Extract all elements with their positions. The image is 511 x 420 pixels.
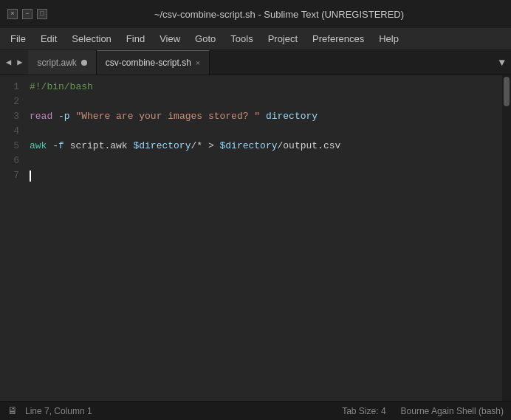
- tab-spacer: [210, 50, 493, 75]
- space-2: [70, 109, 76, 124]
- code-editor[interactable]: #!/bin/bash read -p "Where are your imag…: [27, 75, 502, 401]
- status-bar: 🖥 Line 7, Column 1 Tab Size: 4 Bourne Ag…: [0, 401, 511, 420]
- status-left: 🖥 Line 7, Column 1: [7, 405, 92, 417]
- tab-inactive-label: script.awk: [37, 58, 76, 68]
- line-num-2: 2: [4, 94, 19, 109]
- menu-tools[interactable]: Tools: [223, 30, 260, 47]
- window-controls: × − □: [7, 9, 47, 19]
- awk-output-var: $directory: [219, 139, 277, 154]
- awk-output-file: /output.csv: [278, 139, 341, 154]
- code-line-2: [30, 94, 502, 109]
- tab-modified-dot: [81, 60, 87, 66]
- line-num-5: 5: [4, 139, 19, 154]
- scrollbar-thumb[interactable]: [504, 77, 510, 106]
- cursor-position[interactable]: Line 7, Column 1: [25, 406, 92, 416]
- code-line-3: read -p "Where are your images stored? "…: [30, 109, 502, 124]
- menu-project[interactable]: Project: [261, 30, 305, 47]
- menu-bar: File Edit Selection Find View Goto Tools…: [0, 28, 511, 50]
- tab-bar: ◀ ▶ script.awk csv-combine-script.sh × ▼: [0, 50, 511, 75]
- tab-prev-button[interactable]: ◀: [3, 55, 14, 69]
- shebang-text: #!/bin/bash: [30, 80, 93, 94]
- var-directory: directory: [266, 109, 318, 124]
- menu-file[interactable]: File: [3, 30, 33, 47]
- menu-goto[interactable]: Goto: [188, 30, 223, 47]
- code-line-7: [30, 168, 502, 183]
- space-3: [260, 109, 266, 124]
- menu-preferences[interactable]: Preferences: [305, 30, 371, 47]
- tab-nav: ◀ ▶: [0, 50, 28, 75]
- string-prompt: "Where are your images stored? ": [75, 109, 260, 124]
- line-numbers: 1 2 3 4 5 6 7: [0, 75, 27, 401]
- tab-csv-combine[interactable]: csv-combine-script.sh ×: [97, 50, 210, 75]
- line-num-3: 3: [4, 109, 19, 124]
- tab-dropdown-button[interactable]: ▼: [493, 50, 511, 75]
- line-num-6: 6: [4, 154, 19, 168]
- language-mode[interactable]: Bourne Again Shell (bash): [401, 406, 504, 416]
- code-line-6: [30, 154, 502, 168]
- scrollbar[interactable]: [502, 75, 511, 401]
- minimize-button[interactable]: −: [22, 9, 32, 19]
- tab-script-awk[interactable]: script.awk: [28, 50, 96, 75]
- close-button[interactable]: ×: [7, 9, 18, 19]
- redirect-symbol: >: [208, 139, 220, 154]
- title-bar: × − □ ~/csv-combine-script.sh - Sublime …: [0, 0, 511, 28]
- tab-active-label: csv-combine-script.sh: [106, 58, 191, 68]
- space-5: script.awk: [64, 139, 134, 154]
- code-line-1: #!/bin/bash: [30, 80, 502, 94]
- space-1: [52, 109, 58, 124]
- awk-glob: /*: [191, 139, 208, 154]
- line-num-1: 1: [4, 80, 19, 94]
- code-line-5: awk -f script.awk $directory /* > $direc…: [30, 139, 502, 154]
- monitor-icon: 🖥: [7, 405, 18, 417]
- menu-selection[interactable]: Selection: [64, 30, 118, 47]
- line-num-4: 4: [4, 124, 19, 139]
- space-4: [47, 139, 52, 154]
- tab-size[interactable]: Tab Size: 4: [342, 406, 385, 416]
- awk-input-var: $directory: [133, 139, 191, 154]
- menu-help[interactable]: Help: [371, 30, 406, 47]
- code-line-4: [30, 124, 502, 139]
- window-title: ~/csv-combine-script.sh - Sublime Text (…: [55, 9, 504, 20]
- editor-area[interactable]: 1 2 3 4 5 6 7 #!/bin/bash read -p "Where…: [0, 75, 511, 401]
- tab-next-button[interactable]: ▶: [14, 55, 25, 69]
- keyword-awk: awk: [30, 139, 47, 154]
- menu-edit[interactable]: Edit: [33, 30, 64, 47]
- maximize-button[interactable]: □: [37, 9, 47, 19]
- flag-p: -p: [58, 109, 70, 124]
- menu-find[interactable]: Find: [119, 30, 152, 47]
- text-cursor: [30, 171, 31, 182]
- tab-close-button[interactable]: ×: [196, 58, 200, 67]
- status-right: Tab Size: 4 Bourne Again Shell (bash): [342, 406, 504, 416]
- flag-f: -f: [52, 139, 64, 154]
- keyword-read: read: [30, 109, 52, 124]
- line-num-7: 7: [4, 168, 19, 183]
- menu-view[interactable]: View: [152, 30, 188, 47]
